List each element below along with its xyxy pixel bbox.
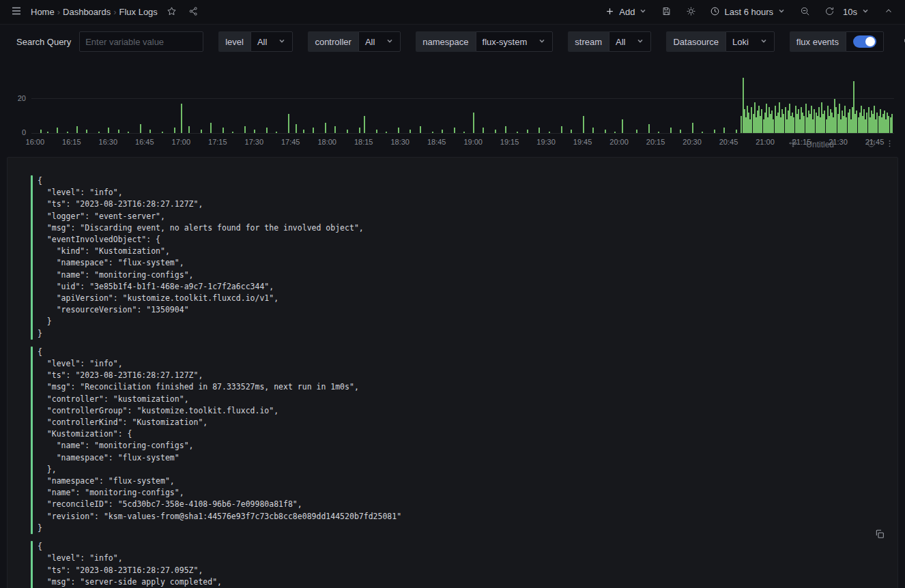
x-axis-tick-label: 20:45 bbox=[719, 138, 738, 146]
histogram-bar bbox=[376, 130, 377, 133]
refresh-interval-picker[interactable]: 10s bbox=[839, 3, 874, 22]
collapse-toolbar-button[interactable] bbox=[879, 3, 898, 22]
panel-time-info-button[interactable] bbox=[865, 138, 877, 151]
chart-x-axis: 16:0016:1516:3016:4517:0017:1517:3017:45… bbox=[31, 138, 894, 147]
zoom-out-time-button[interactable] bbox=[795, 3, 814, 22]
breadcrumb-home[interactable]: Home bbox=[29, 7, 57, 17]
chevron-down-icon bbox=[636, 37, 644, 47]
hamburger-icon bbox=[10, 5, 23, 19]
hamburger-menu-button[interactable] bbox=[7, 3, 26, 22]
chevron-down-icon bbox=[538, 37, 546, 47]
log-level-indicator bbox=[31, 347, 33, 534]
save-dashboard-button[interactable] bbox=[657, 3, 676, 22]
histogram-bar bbox=[98, 132, 100, 134]
histogram-bar bbox=[483, 128, 484, 133]
panel-menu-button[interactable] bbox=[884, 138, 895, 151]
time-range-label: Last 6 hours bbox=[724, 7, 773, 17]
dashboard-settings-button[interactable] bbox=[681, 3, 700, 22]
variable-label: controller bbox=[308, 31, 358, 52]
sync-variables-button[interactable] bbox=[899, 32, 905, 51]
breadcrumb-separator: › bbox=[57, 7, 60, 17]
histogram-bar bbox=[57, 128, 58, 133]
histogram-bar bbox=[359, 128, 360, 133]
kebab-menu-icon bbox=[885, 139, 894, 150]
chevron-up-icon bbox=[884, 6, 893, 18]
namespace-dropdown[interactable]: flux-system bbox=[476, 31, 554, 52]
histogram-bar bbox=[473, 113, 474, 133]
time-range-picker[interactable]: Last 6 hours bbox=[706, 3, 790, 22]
histogram-bar bbox=[420, 126, 421, 133]
histogram-bar bbox=[188, 126, 190, 133]
histogram-bar bbox=[549, 132, 550, 134]
histogram-bar bbox=[463, 132, 465, 134]
x-axis-tick-label: 20:30 bbox=[683, 138, 702, 146]
log-entry[interactable]: { "level": "info", "ts": "2023-08-23T16:… bbox=[31, 347, 870, 534]
x-axis-tick-label: 16:30 bbox=[99, 138, 118, 146]
histogram-bar bbox=[222, 128, 224, 133]
histogram-bar bbox=[334, 126, 336, 133]
copy-icon bbox=[874, 531, 885, 542]
histogram-bar bbox=[648, 124, 650, 133]
histogram-bar bbox=[313, 128, 314, 133]
search-query-input[interactable] bbox=[79, 31, 203, 52]
datasource-dropdown[interactable]: Loki bbox=[726, 31, 775, 52]
refresh-icon bbox=[824, 6, 835, 18]
breadcrumb-separator: › bbox=[113, 7, 116, 17]
panel-title: Untitled bbox=[806, 140, 834, 149]
x-axis-tick-label: 16:45 bbox=[135, 138, 154, 146]
breadcrumb: Home › Dashboards › Flux Logs bbox=[29, 7, 160, 17]
chart-plot[interactable]: 020 bbox=[31, 64, 894, 134]
x-axis-tick-label: 20:00 bbox=[609, 138, 629, 146]
histogram-bar bbox=[517, 132, 518, 134]
histogram-bar bbox=[622, 119, 623, 133]
log-line-json: { "level": "info", "ts": "2023-08-23T16:… bbox=[38, 175, 364, 340]
histogram-bar bbox=[347, 130, 348, 133]
log-entry[interactable]: { "level": "info", "ts": "2023-08-23T16:… bbox=[31, 541, 870, 588]
x-axis-tick-label: 19:45 bbox=[573, 138, 592, 146]
variable-stream: stream All bbox=[568, 31, 651, 52]
histogram-bar bbox=[891, 114, 893, 133]
controller-dropdown[interactable]: All bbox=[358, 31, 401, 52]
variable-search-query: Search Query bbox=[16, 31, 203, 52]
panel-drag-handle[interactable] bbox=[787, 137, 799, 151]
histogram-bar bbox=[670, 128, 672, 133]
histogram-bar bbox=[86, 130, 87, 133]
log-entry[interactable]: { "level": "info", "ts": "2023-08-23T16:… bbox=[31, 175, 870, 340]
histogram-bar bbox=[174, 128, 175, 133]
flux-events-toggle[interactable] bbox=[853, 35, 876, 48]
share-dashboard-button[interactable] bbox=[184, 3, 203, 22]
x-axis-tick-label: 19:00 bbox=[463, 138, 483, 146]
log-level-indicator bbox=[31, 175, 33, 340]
x-axis-tick-label: 16:00 bbox=[26, 138, 45, 146]
copy-log-line-button[interactable] bbox=[872, 526, 888, 544]
clock-icon bbox=[710, 6, 720, 18]
star-icon bbox=[167, 6, 177, 18]
log-volume-panel: 020 16:0016:1516:3016:4517:0017:1517:301… bbox=[7, 61, 898, 151]
gear-icon bbox=[686, 6, 696, 18]
histogram-bar bbox=[702, 132, 703, 134]
breadcrumb-dashboards[interactable]: Dashboards bbox=[61, 7, 113, 17]
chevron-down-icon bbox=[760, 37, 768, 47]
controller-selected-value: All bbox=[365, 37, 375, 47]
refresh-dashboard-button[interactable] bbox=[820, 3, 839, 22]
variable-level: level All bbox=[218, 31, 293, 52]
flux-events-toggle-wrap bbox=[846, 31, 884, 52]
histogram-bar bbox=[244, 126, 246, 133]
variable-label: flux events bbox=[790, 31, 846, 52]
logs-panel: { "level": "info", "ts": "2023-08-23T16:… bbox=[7, 157, 898, 588]
favorite-dashboard-button[interactable] bbox=[162, 3, 182, 22]
histogram-bar bbox=[527, 130, 528, 133]
breadcrumb-current-dashboard[interactable]: Flux Logs bbox=[117, 7, 159, 17]
histogram-bar bbox=[118, 130, 119, 133]
level-dropdown[interactable]: All bbox=[250, 31, 293, 52]
histogram-bar bbox=[210, 123, 212, 133]
stream-selected-value: All bbox=[616, 37, 625, 47]
log-level-indicator bbox=[31, 541, 33, 588]
x-axis-tick-label: 17:45 bbox=[281, 138, 300, 146]
add-panel-button[interactable]: Add bbox=[601, 3, 651, 22]
save-icon bbox=[661, 6, 672, 18]
stream-dropdown[interactable]: All bbox=[609, 31, 651, 52]
histogram-bar bbox=[736, 130, 737, 133]
histogram-bar bbox=[296, 124, 297, 133]
histogram-bar bbox=[714, 130, 715, 133]
